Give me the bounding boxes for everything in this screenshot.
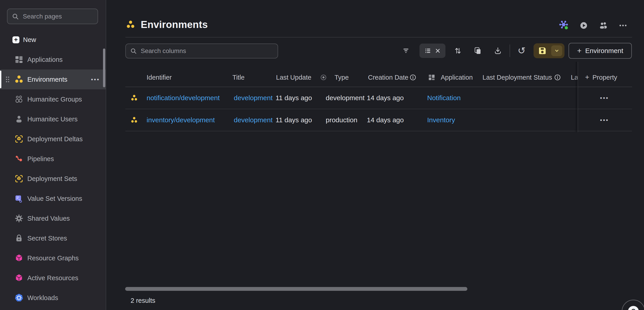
page-title: Environments bbox=[141, 19, 208, 30]
members-icon[interactable] bbox=[598, 20, 609, 31]
groups-icon bbox=[14, 94, 24, 105]
type-value: production bbox=[326, 116, 357, 124]
add-environment-label: Environment bbox=[585, 47, 623, 55]
sidebar-item-shared-values[interactable]: Shared Values bbox=[0, 209, 106, 228]
filter-icon[interactable] bbox=[400, 45, 411, 56]
lock-icon bbox=[14, 233, 24, 244]
add-environment-button[interactable]: + Environment bbox=[568, 43, 632, 59]
deployment-set-icon bbox=[14, 173, 24, 184]
sidebar-item-label: Pipelines bbox=[27, 155, 54, 163]
resource-graph-status-icon[interactable] bbox=[558, 20, 570, 31]
more-icon[interactable] bbox=[618, 20, 628, 31]
table-row[interactable]: notification/development development 11 … bbox=[125, 87, 632, 109]
search-columns-input[interactable] bbox=[140, 47, 274, 55]
sidebar-item-environments[interactable]: Environments ••• bbox=[0, 69, 106, 89]
add-property-button[interactable]: + Property bbox=[585, 74, 617, 81]
identifier-link[interactable]: inventory/development bbox=[146, 116, 215, 124]
info-icon[interactable] bbox=[554, 74, 561, 81]
sidebar-item-pipelines[interactable]: Pipelines bbox=[0, 149, 106, 169]
sidebar-scrollbar-thumb[interactable] bbox=[103, 48, 105, 87]
sidebar-item-label: Environments bbox=[27, 76, 67, 83]
sidebar-item-applications[interactable]: Applications bbox=[0, 50, 106, 69]
col-identifier[interactable]: Identifier bbox=[146, 74, 172, 81]
identifier-link[interactable]: notification/development bbox=[146, 94, 220, 102]
sidebar-item-deployment-deltas[interactable]: Deployment Deltas bbox=[0, 129, 106, 149]
toolbar-divider bbox=[510, 44, 510, 57]
last-update-value: 11 days ago bbox=[276, 116, 312, 124]
sidebar: + New Applications Environments bbox=[0, 0, 106, 310]
sidebar-item-workloads[interactable]: Workloads bbox=[0, 288, 106, 308]
undo-icon[interactable]: ↺ bbox=[516, 45, 527, 56]
application-link[interactable]: Inventory bbox=[427, 116, 455, 124]
row-actions-icon[interactable]: ••• bbox=[597, 117, 612, 124]
creation-date-value: 14 days ago bbox=[367, 116, 404, 124]
pipelines-icon bbox=[14, 153, 24, 164]
sidebar-item-humanitec-users[interactable]: Humanitec Users bbox=[0, 109, 106, 129]
save-split-button bbox=[534, 43, 564, 58]
header-actions bbox=[558, 20, 628, 31]
type-value: development bbox=[326, 94, 364, 102]
applications-icon bbox=[14, 54, 24, 65]
list-view-icon[interactable] bbox=[424, 47, 432, 55]
new-button-label: New bbox=[23, 36, 36, 43]
table-row[interactable]: inventory/development development 11 day… bbox=[125, 109, 632, 131]
col-type[interactable]: Type bbox=[334, 74, 349, 81]
sidebar-item-secret-stores[interactable]: Secret Stores bbox=[0, 228, 106, 248]
resource-cube-icon bbox=[14, 273, 24, 283]
sidebar-item-active-resources[interactable]: Active Resources bbox=[0, 268, 106, 288]
sidebar-item-deployment-sets[interactable]: Deployment Sets bbox=[0, 169, 106, 189]
help-button[interactable]: ? bbox=[622, 300, 644, 310]
copy-icon[interactable] bbox=[472, 45, 483, 56]
selected-indicator bbox=[0, 71, 1, 88]
table-search[interactable] bbox=[125, 43, 278, 58]
environments-table: Identifier Title Last Update Type Creati… bbox=[125, 68, 632, 131]
sidebar-item-label: Deployment Deltas bbox=[27, 135, 83, 143]
sidebar-item-label: Secret Stores bbox=[27, 235, 67, 242]
sidebar-item-label: Shared Values bbox=[27, 215, 70, 222]
save-icon[interactable] bbox=[534, 43, 551, 58]
sidebar-item-label: Workloads bbox=[27, 294, 58, 302]
col-application[interactable]: Application bbox=[441, 74, 473, 81]
play-icon[interactable] bbox=[578, 20, 589, 31]
search-pages-input[interactable] bbox=[22, 13, 94, 20]
title-link[interactable]: development bbox=[234, 94, 273, 102]
sidebar-item-label: Deployment Sets bbox=[27, 175, 77, 183]
sidebar-item-humanitec-groups[interactable]: Humanitec Groups bbox=[0, 89, 106, 109]
header-divider bbox=[125, 37, 632, 37]
environments-icon bbox=[125, 19, 136, 30]
item-more-icon[interactable]: ••• bbox=[91, 76, 100, 83]
col-creation-date[interactable]: Creation Date bbox=[368, 74, 408, 81]
app-window: + New Applications Environments bbox=[0, 0, 644, 310]
download-icon[interactable] bbox=[492, 45, 503, 56]
resource-cube-icon bbox=[14, 253, 24, 264]
info-icon[interactable] bbox=[410, 74, 416, 81]
sidebar-item-resource-graphs[interactable]: Resource Graphs bbox=[0, 248, 106, 268]
environment-icon bbox=[130, 116, 138, 124]
drag-handle-icon[interactable] bbox=[5, 76, 10, 83]
environments-icon bbox=[14, 74, 24, 85]
plus-icon: + bbox=[12, 36, 20, 43]
creation-date-value: 14 days ago bbox=[367, 94, 404, 102]
applications-grid-icon bbox=[428, 73, 436, 81]
clear-x-icon[interactable] bbox=[434, 47, 441, 54]
chevron-down-icon[interactable] bbox=[551, 45, 562, 56]
value-set-versions-icon bbox=[14, 193, 24, 204]
search-icon bbox=[130, 47, 137, 55]
col-last-update[interactable]: Last Update bbox=[276, 74, 311, 81]
row-actions-icon[interactable]: ••• bbox=[597, 94, 612, 101]
sidebar-search[interactable] bbox=[7, 8, 98, 24]
sidebar-item-value-set-versions[interactable]: Value Set Versions bbox=[0, 189, 106, 209]
col-last-deployment-status[interactable]: Last Deployment Status bbox=[482, 74, 552, 81]
sidebar-item-label: Resource Graphs bbox=[27, 255, 78, 262]
sidebar-item-label: Active Resources bbox=[27, 274, 78, 282]
col-title[interactable]: Title bbox=[232, 74, 245, 81]
pinned-column-shadow bbox=[574, 62, 578, 132]
sort-icon[interactable] bbox=[452, 45, 463, 56]
horizontal-scrollbar-thumb[interactable] bbox=[125, 287, 467, 291]
sidebar-item-label: Applications bbox=[27, 56, 62, 63]
title-link[interactable]: development bbox=[234, 116, 273, 124]
sidebar-item-label: Humanitec Groups bbox=[27, 96, 82, 103]
application-link[interactable]: Notification bbox=[427, 94, 460, 102]
new-button[interactable]: + New bbox=[0, 33, 106, 46]
results-count: 2 results bbox=[130, 297, 156, 304]
